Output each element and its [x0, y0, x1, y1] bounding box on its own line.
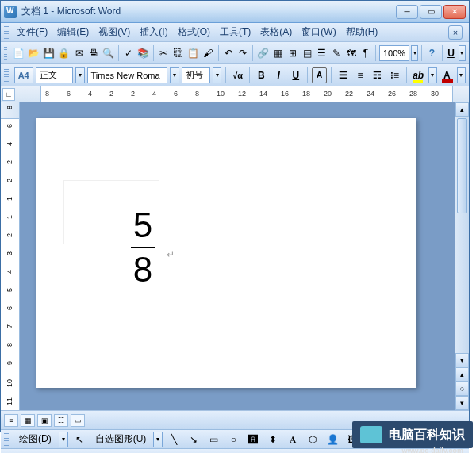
scroll-down-button[interactable]: ▾: [455, 353, 469, 367]
menu-tools[interactable]: 工具(T): [215, 24, 255, 40]
bold-button[interactable]: B: [254, 67, 269, 83]
browse-object-button[interactable]: ○: [455, 382, 469, 396]
print-view-button[interactable]: ▣: [37, 414, 52, 427]
horizontal-ruler[interactable]: ∟ 864224681012141618202224262830: [1, 86, 469, 102]
cut-button[interactable]: ✂: [157, 44, 170, 62]
redo-button[interactable]: ↷: [236, 44, 249, 62]
fraction-equation[interactable]: 5 8: [131, 205, 155, 290]
highlight-dropdown[interactable]: ▾: [428, 67, 437, 83]
oval-tool-button[interactable]: ○: [225, 431, 242, 448]
document-area[interactable]: 5 8 ↵: [20, 102, 469, 410]
prev-page-button[interactable]: ▴: [455, 367, 469, 382]
show-marks-button[interactable]: ¶: [359, 44, 372, 62]
save-button[interactable]: 💾: [42, 44, 56, 62]
draw-dropdown[interactable]: ▾: [59, 432, 68, 447]
format-painter-button[interactable]: 🖌: [202, 44, 214, 62]
paste-button[interactable]: 📋: [186, 44, 200, 62]
vertical-scrollbar[interactable]: ▴ ▾ ▴ ○ ▾: [455, 102, 469, 410]
menu-format[interactable]: 格式(O): [173, 24, 215, 40]
columns-button[interactable]: ☰: [315, 44, 328, 62]
font-color-dropdown[interactable]: ▾: [457, 67, 466, 83]
minimize-button[interactable]: ─: [396, 5, 418, 19]
reading-view-button[interactable]: ▭: [71, 414, 85, 427]
italic-button[interactable]: I: [271, 67, 286, 83]
toolbar-overflow[interactable]: ▾: [459, 45, 466, 61]
font-dropdown[interactable]: ▾: [170, 67, 178, 83]
diagram-button[interactable]: ⬡: [304, 431, 321, 448]
select-objects-button[interactable]: ↖: [71, 431, 88, 448]
drawing-toggle-button[interactable]: ✎: [330, 44, 343, 62]
help-icon[interactable]: ?: [425, 44, 438, 62]
rectangle-tool-button[interactable]: ▭: [205, 431, 222, 448]
ruler-v-tick: 6: [6, 306, 13, 310]
size-combo[interactable]: 初号: [182, 67, 210, 83]
bullet-list-button[interactable]: ⁝≡: [387, 67, 402, 83]
maximize-button[interactable]: ▭: [420, 5, 442, 19]
normal-view-button[interactable]: ≡: [4, 414, 18, 427]
close-doc-button[interactable]: ×: [448, 25, 463, 40]
font-color-button[interactable]: A: [440, 67, 455, 83]
zoom-dropdown[interactable]: ▾: [411, 45, 418, 61]
insert-table-button[interactable]: ⊞: [286, 44, 298, 62]
menu-help[interactable]: 帮助(H): [341, 24, 383, 40]
wordart-button[interactable]: 𝐀: [284, 431, 301, 448]
scroll-up-button[interactable]: ▴: [455, 102, 469, 117]
ruler-tick: 22: [345, 90, 353, 98]
zoom-combo[interactable]: 100%: [379, 45, 409, 61]
copy-button[interactable]: ⿻: [172, 44, 185, 62]
size-dropdown[interactable]: ▾: [213, 67, 221, 83]
font-combo[interactable]: Times New Roma: [87, 67, 168, 83]
align-distribute-button[interactable]: ≡: [353, 67, 368, 83]
outline-view-button[interactable]: ☷: [54, 414, 68, 427]
toolbar-grip[interactable]: [4, 433, 9, 446]
web-view-button[interactable]: ▦: [21, 414, 35, 427]
page[interactable]: 5 8 ↵: [36, 118, 416, 388]
menu-edit[interactable]: 编辑(E): [52, 24, 94, 40]
styles-pane-button[interactable]: A4: [14, 67, 33, 83]
textbox-button[interactable]: 🅰: [244, 431, 262, 448]
menu-window[interactable]: 窗口(W): [297, 24, 340, 40]
menu-insert[interactable]: 插入(I): [135, 24, 172, 40]
equation-button[interactable]: √α: [230, 67, 245, 83]
print-button[interactable]: 🖶: [87, 44, 100, 62]
new-doc-button[interactable]: 📄: [12, 44, 25, 62]
clipart-button[interactable]: 👤: [324, 431, 341, 448]
research-button[interactable]: 📚: [136, 44, 150, 62]
next-page-button[interactable]: ▾: [455, 396, 469, 410]
toolbar-grip[interactable]: [4, 47, 7, 60]
underline-button-2[interactable]: U: [445, 45, 456, 61]
toolbar-grip[interactable]: [4, 26, 9, 39]
permission-button[interactable]: 🔒: [57, 44, 71, 62]
doc-map-button[interactable]: 🗺: [344, 44, 357, 62]
vertical-textbox-button[interactable]: ⬍: [264, 431, 282, 448]
menu-table[interactable]: 表格(A): [255, 24, 297, 40]
spellcheck-button[interactable]: ✓: [122, 44, 135, 62]
style-dropdown[interactable]: ▾: [75, 67, 84, 83]
underline-button[interactable]: U: [288, 67, 303, 83]
line-tool-button[interactable]: ╲: [165, 431, 182, 448]
align-left-button[interactable]: ☰: [336, 67, 351, 83]
scroll-thumb[interactable]: [457, 118, 467, 213]
vertical-ruler[interactable]: 8642211234567891011: [1, 102, 20, 410]
menu-file[interactable]: 文件(F): [12, 24, 52, 40]
style-combo[interactable]: 正文: [36, 67, 73, 83]
print-preview-button[interactable]: 🔍: [102, 44, 115, 62]
mail-button[interactable]: ✉: [72, 44, 85, 62]
char-border-button[interactable]: A: [312, 67, 327, 83]
autoshapes-dropdown[interactable]: ▾: [153, 432, 163, 447]
open-button[interactable]: 📂: [27, 44, 40, 62]
toolbar-grip[interactable]: [4, 69, 9, 82]
draw-menu[interactable]: 绘图(D): [14, 431, 56, 447]
arrow-tool-button[interactable]: ↘: [185, 431, 202, 448]
number-list-button[interactable]: ☶: [370, 67, 385, 83]
tab-selector[interactable]: ∟: [2, 88, 15, 101]
menu-view[interactable]: 视图(V): [94, 24, 135, 40]
highlight-button[interactable]: ab: [411, 67, 426, 83]
undo-button[interactable]: ↶: [221, 44, 234, 62]
excel-button[interactable]: ▤: [301, 44, 313, 62]
close-button[interactable]: ✕: [443, 5, 466, 19]
tables-borders-button[interactable]: ▦: [271, 44, 284, 62]
autoshapes-menu[interactable]: 自选图形(U): [90, 431, 152, 447]
hyperlink-button[interactable]: 🔗: [256, 44, 270, 62]
formatting-toolbar: A4 正文 ▾ Times New Roma ▾ 初号 ▾ √α B I U A…: [1, 64, 469, 86]
